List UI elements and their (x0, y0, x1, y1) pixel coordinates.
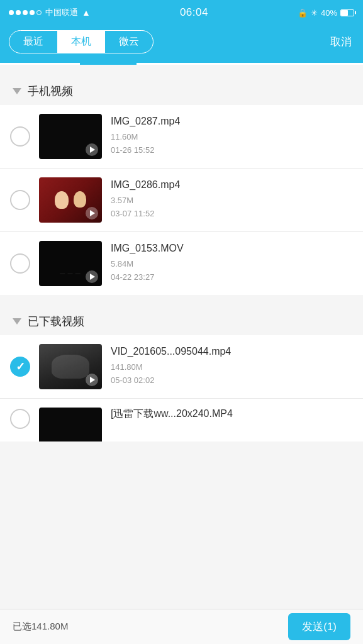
spacer-bottom (0, 441, 363, 477)
thumbnail-4 (39, 344, 102, 389)
play-icon-4 (86, 374, 98, 386)
select-circle-1[interactable] (10, 126, 30, 147)
file-item-5-partial[interactable]: [迅雷下载ww...20x240.MP4 (0, 399, 363, 441)
file-name-1: IMG_0287.mp4 (111, 116, 353, 127)
status-left: 中国联通 ▲ (9, 7, 91, 18)
tab-group: 最近 本机 微云 (9, 30, 154, 53)
file-size-2: 3.57M (111, 196, 133, 205)
signal-dots (9, 10, 42, 15)
thumbnail-2 (39, 177, 102, 223)
bluetooth-icon: ✳ (311, 8, 318, 18)
file-meta-1: 11.60M 01-26 15:52 (111, 131, 353, 157)
downloaded-video-list: VID_201605...095044.mp4 141.80M 05-03 02… (0, 335, 363, 441)
tab-local[interactable]: 本机 (57, 31, 105, 53)
file-meta-3: 5.84M 04-22 23:27 (111, 258, 353, 284)
phone-video-list: IMG_0287.mp4 11.60M 01-26 15:52 IMG_0286… (0, 105, 363, 295)
file-info-2: IMG_0286.mp4 3.57M 03-07 11:52 (111, 179, 353, 221)
select-circle-3[interactable] (10, 253, 30, 274)
section-title-downloaded: 已下载视频 (28, 314, 84, 329)
dot2 (16, 10, 21, 15)
wifi-icon: ▲ (82, 8, 91, 18)
thumbnail-3: — — — (39, 241, 102, 286)
thumbnail-1 (39, 114, 102, 159)
cancel-button[interactable]: 取消 (328, 31, 354, 53)
lock-icon: 🔒 (298, 8, 308, 18)
file-item-4[interactable]: VID_201605...095044.mp4 141.80M 05-03 02… (0, 335, 363, 399)
file-meta-2: 3.57M 03-07 11:52 (111, 194, 353, 221)
tab-underline-bar (0, 63, 363, 65)
section-gap-top (0, 65, 363, 75)
file-info-1: IMG_0287.mp4 11.60M 01-26 15:52 (111, 116, 353, 157)
section-title-phone-video: 手机视频 (28, 84, 73, 99)
file-item-1[interactable]: IMG_0287.mp4 11.60M 01-26 15:52 (0, 105, 363, 169)
dot5 (36, 10, 42, 15)
status-time: 06:04 (180, 6, 208, 19)
section-header-phone-video: 手机视频 (0, 75, 363, 105)
file-date-2: 03-07 11:52 (111, 209, 154, 218)
status-bar: 中国联通 ▲ 06:04 🔒 ✳ 40% (0, 0, 363, 25)
file-date-4: 05-03 02:02 (111, 375, 154, 385)
tab-recent[interactable]: 最近 (9, 31, 57, 53)
select-circle-5[interactable] (10, 409, 30, 429)
file-date-3: 04-22 23:27 (111, 272, 154, 282)
section-gap-downloaded (0, 295, 363, 305)
play-icon-2 (86, 207, 98, 219)
selected-info-label: 已选141.80M (13, 621, 68, 633)
file-name-2: IMG_0286.mp4 (111, 179, 353, 191)
battery-icon (340, 9, 354, 16)
nav-bar: 最近 本机 微云 取消 (0, 25, 363, 63)
send-button[interactable]: 发送(1) (288, 613, 350, 640)
tab-weiyun[interactable]: 微云 (105, 31, 153, 53)
file-info-5: [迅雷下载ww...20x240.MP4 (111, 408, 353, 425)
select-circle-2[interactable] (10, 190, 30, 210)
dot1 (9, 10, 14, 15)
bottom-bar: 已选141.80M 发送(1) (0, 609, 363, 644)
file-name-5: [迅雷下载ww...20x240.MP4 (111, 408, 353, 421)
file-size-1: 11.60M (111, 132, 138, 142)
file-item-2[interactable]: IMG_0286.mp4 3.57M 03-07 11:52 (0, 169, 363, 232)
battery-percent: 40% (321, 8, 337, 18)
play-icon-3 (86, 270, 98, 283)
file-item-3[interactable]: — — — IMG_0153.MOV 5.84M 04-22 23:27 (0, 232, 363, 295)
tab-active-underline (80, 63, 137, 65)
dot3 (23, 10, 28, 15)
file-meta-4: 141.80M 05-03 02:02 (111, 361, 353, 387)
thumbnail-5-partial (39, 408, 102, 441)
carrier-label: 中国联通 (45, 7, 78, 18)
file-date-1: 01-26 15:52 (111, 145, 154, 155)
file-info-4: VID_201605...095044.mp4 141.80M 05-03 02… (111, 346, 353, 387)
play-icon-1 (86, 143, 98, 156)
select-circle-4[interactable] (10, 357, 30, 377)
status-right: 🔒 ✳ 40% (298, 8, 354, 18)
file-name-4: VID_201605...095044.mp4 (111, 346, 353, 357)
file-info-3: IMG_0153.MOV 5.84M 04-22 23:27 (111, 243, 353, 284)
file-name-3: IMG_0153.MOV (111, 243, 353, 254)
file-size-4: 141.80M (111, 362, 143, 372)
dot4 (30, 10, 35, 15)
section-header-downloaded: 已下载视频 (0, 305, 363, 335)
collapse-icon-phone-video[interactable] (13, 88, 21, 94)
file-size-3: 5.84M (111, 259, 133, 269)
collapse-icon-downloaded[interactable] (13, 318, 21, 325)
